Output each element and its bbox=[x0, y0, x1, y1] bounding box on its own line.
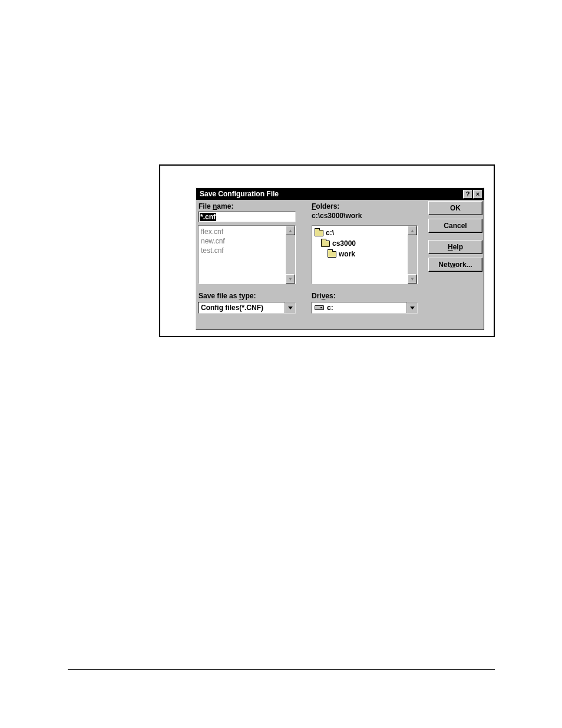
drive-value: c: bbox=[327, 304, 333, 312]
folder-open-icon bbox=[315, 230, 323, 236]
folder-tree-item[interactable]: cs3000 bbox=[315, 238, 405, 249]
current-path: c:\cs3000\work bbox=[312, 212, 362, 220]
title-bar[interactable]: Save Configuration File ? × bbox=[196, 188, 484, 200]
file-list-content: flex.cnf new.cnf test.cnf bbox=[199, 226, 286, 284]
folder-tree-scrollbar[interactable]: ▲ ▼ bbox=[408, 226, 417, 284]
cancel-button[interactable]: Cancel bbox=[428, 219, 482, 233]
scroll-down-icon[interactable]: ▼ bbox=[286, 274, 295, 284]
help-button[interactable]: Help bbox=[428, 240, 482, 254]
chevron-down-icon[interactable] bbox=[285, 302, 295, 313]
folder-open-icon bbox=[328, 251, 336, 258]
file-list-item[interactable]: test.cnf bbox=[201, 246, 283, 255]
drives-label: Drives: bbox=[312, 292, 336, 300]
drive-icon bbox=[315, 305, 324, 310]
dialog-title: Save Configuration File bbox=[200, 190, 462, 198]
chevron-down-icon[interactable] bbox=[406, 302, 417, 313]
figure-frame: Save Configuration File ? × File name: *… bbox=[159, 164, 495, 337]
scroll-up-icon[interactable]: ▲ bbox=[286, 226, 295, 235]
help-titlebar-button[interactable]: ? bbox=[463, 190, 472, 199]
horizontal-rule bbox=[68, 669, 495, 670]
file-name-value: *.cnf bbox=[200, 213, 216, 221]
drives-combo[interactable]: c: bbox=[312, 302, 418, 314]
save-config-dialog: Save Configuration File ? × File name: *… bbox=[196, 187, 484, 330]
folder-tree-item[interactable]: work bbox=[315, 249, 405, 259]
save-type-combo[interactable]: Config files(*.CNF) bbox=[198, 302, 296, 314]
scroll-down-icon[interactable]: ▼ bbox=[408, 274, 417, 284]
file-list-item[interactable]: new.cnf bbox=[201, 236, 283, 246]
folders-label: Folders: bbox=[312, 202, 339, 210]
folder-open-icon bbox=[321, 241, 330, 247]
folder-tree[interactable]: c:\ cs3000 work ▲ ▼ bbox=[312, 225, 418, 284]
save-type-label: Save file as type: bbox=[199, 292, 256, 300]
file-list[interactable]: flex.cnf new.cnf test.cnf ▲ ▼ bbox=[198, 225, 296, 284]
save-type-value: Config files(*.CNF) bbox=[201, 304, 263, 312]
scroll-up-icon[interactable]: ▲ bbox=[408, 226, 417, 235]
file-name-label: File name: bbox=[199, 202, 233, 210]
close-titlebar-button[interactable]: × bbox=[473, 190, 482, 199]
file-list-scrollbar[interactable]: ▲ ▼ bbox=[286, 226, 295, 284]
file-list-item[interactable]: flex.cnf bbox=[201, 227, 283, 236]
file-name-input[interactable]: *.cnf bbox=[198, 212, 296, 222]
network-button[interactable]: Network... bbox=[428, 258, 482, 272]
ok-button[interactable]: OK bbox=[428, 201, 482, 215]
folder-tree-item[interactable]: c:\ bbox=[315, 228, 405, 238]
